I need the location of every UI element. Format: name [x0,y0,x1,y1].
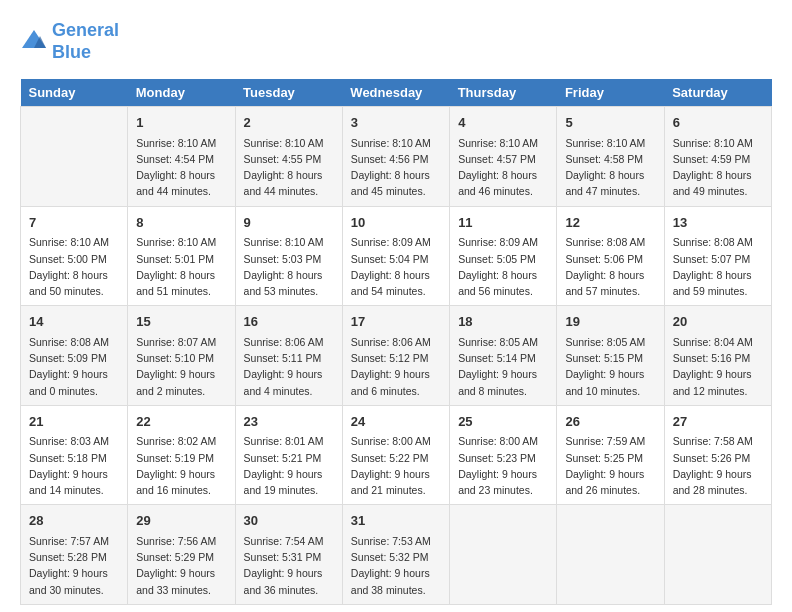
day-number: 6 [673,113,763,133]
day-number: 17 [351,312,441,332]
calendar-cell: 11Sunrise: 8:09 AMSunset: 5:05 PMDayligh… [450,206,557,306]
day-number: 15 [136,312,226,332]
calendar-cell: 15Sunrise: 8:07 AMSunset: 5:10 PMDayligh… [128,306,235,406]
day-info: Sunrise: 8:09 AMSunset: 5:04 PMDaylight:… [351,234,441,299]
calendar-cell: 31Sunrise: 7:53 AMSunset: 5:32 PMDayligh… [342,505,449,605]
day-number: 27 [673,412,763,432]
logo-icon [20,28,48,56]
day-info: Sunrise: 8:00 AMSunset: 5:22 PMDaylight:… [351,433,441,498]
calendar-cell: 12Sunrise: 8:08 AMSunset: 5:06 PMDayligh… [557,206,664,306]
calendar-table: SundayMondayTuesdayWednesdayThursdayFrid… [20,79,772,605]
page-header: General Blue [20,20,772,63]
day-info: Sunrise: 8:08 AMSunset: 5:06 PMDaylight:… [565,234,655,299]
day-info: Sunrise: 8:04 AMSunset: 5:16 PMDaylight:… [673,334,763,399]
day-number: 1 [136,113,226,133]
calendar-cell: 1Sunrise: 8:10 AMSunset: 4:54 PMDaylight… [128,107,235,207]
day-number: 28 [29,511,119,531]
day-number: 29 [136,511,226,531]
week-row-5: 28Sunrise: 7:57 AMSunset: 5:28 PMDayligh… [21,505,772,605]
day-info: Sunrise: 7:58 AMSunset: 5:26 PMDaylight:… [673,433,763,498]
calendar-cell: 10Sunrise: 8:09 AMSunset: 5:04 PMDayligh… [342,206,449,306]
day-info: Sunrise: 8:10 AMSunset: 4:55 PMDaylight:… [244,135,334,200]
day-info: Sunrise: 8:01 AMSunset: 5:21 PMDaylight:… [244,433,334,498]
calendar-cell: 14Sunrise: 8:08 AMSunset: 5:09 PMDayligh… [21,306,128,406]
day-number: 24 [351,412,441,432]
day-number: 8 [136,213,226,233]
day-number: 31 [351,511,441,531]
day-info: Sunrise: 8:05 AMSunset: 5:14 PMDaylight:… [458,334,548,399]
day-header-wednesday: Wednesday [342,79,449,107]
day-number: 23 [244,412,334,432]
calendar-cell: 3Sunrise: 8:10 AMSunset: 4:56 PMDaylight… [342,107,449,207]
day-info: Sunrise: 8:10 AMSunset: 4:54 PMDaylight:… [136,135,226,200]
day-info: Sunrise: 8:03 AMSunset: 5:18 PMDaylight:… [29,433,119,498]
calendar-cell [557,505,664,605]
day-number: 10 [351,213,441,233]
day-info: Sunrise: 7:54 AMSunset: 5:31 PMDaylight:… [244,533,334,598]
day-number: 3 [351,113,441,133]
calendar-cell: 2Sunrise: 8:10 AMSunset: 4:55 PMDaylight… [235,107,342,207]
day-number: 19 [565,312,655,332]
day-number: 5 [565,113,655,133]
calendar-cell: 5Sunrise: 8:10 AMSunset: 4:58 PMDaylight… [557,107,664,207]
day-header-thursday: Thursday [450,79,557,107]
day-info: Sunrise: 8:09 AMSunset: 5:05 PMDaylight:… [458,234,548,299]
calendar-cell: 7Sunrise: 8:10 AMSunset: 5:00 PMDaylight… [21,206,128,306]
day-info: Sunrise: 7:57 AMSunset: 5:28 PMDaylight:… [29,533,119,598]
day-number: 25 [458,412,548,432]
week-row-4: 21Sunrise: 8:03 AMSunset: 5:18 PMDayligh… [21,405,772,505]
day-info: Sunrise: 8:06 AMSunset: 5:12 PMDaylight:… [351,334,441,399]
day-number: 2 [244,113,334,133]
calendar-cell: 28Sunrise: 7:57 AMSunset: 5:28 PMDayligh… [21,505,128,605]
calendar-cell: 4Sunrise: 8:10 AMSunset: 4:57 PMDaylight… [450,107,557,207]
days-header-row: SundayMondayTuesdayWednesdayThursdayFrid… [21,79,772,107]
calendar-cell [21,107,128,207]
day-header-saturday: Saturday [664,79,771,107]
day-header-tuesday: Tuesday [235,79,342,107]
week-row-3: 14Sunrise: 8:08 AMSunset: 5:09 PMDayligh… [21,306,772,406]
day-header-monday: Monday [128,79,235,107]
day-info: Sunrise: 8:10 AMSunset: 4:57 PMDaylight:… [458,135,548,200]
calendar-cell: 30Sunrise: 7:54 AMSunset: 5:31 PMDayligh… [235,505,342,605]
calendar-cell: 29Sunrise: 7:56 AMSunset: 5:29 PMDayligh… [128,505,235,605]
day-info: Sunrise: 8:10 AMSunset: 4:59 PMDaylight:… [673,135,763,200]
day-number: 9 [244,213,334,233]
day-info: Sunrise: 8:10 AMSunset: 5:00 PMDaylight:… [29,234,119,299]
calendar-cell: 23Sunrise: 8:01 AMSunset: 5:21 PMDayligh… [235,405,342,505]
day-number: 22 [136,412,226,432]
day-number: 21 [29,412,119,432]
calendar-cell [664,505,771,605]
week-row-1: 1Sunrise: 8:10 AMSunset: 4:54 PMDaylight… [21,107,772,207]
day-info: Sunrise: 8:02 AMSunset: 5:19 PMDaylight:… [136,433,226,498]
day-number: 4 [458,113,548,133]
calendar-cell: 18Sunrise: 8:05 AMSunset: 5:14 PMDayligh… [450,306,557,406]
week-row-2: 7Sunrise: 8:10 AMSunset: 5:00 PMDaylight… [21,206,772,306]
day-info: Sunrise: 8:06 AMSunset: 5:11 PMDaylight:… [244,334,334,399]
day-info: Sunrise: 8:10 AMSunset: 4:56 PMDaylight:… [351,135,441,200]
calendar-cell: 16Sunrise: 8:06 AMSunset: 5:11 PMDayligh… [235,306,342,406]
calendar-cell: 25Sunrise: 8:00 AMSunset: 5:23 PMDayligh… [450,405,557,505]
day-info: Sunrise: 8:10 AMSunset: 5:03 PMDaylight:… [244,234,334,299]
day-number: 13 [673,213,763,233]
day-info: Sunrise: 8:08 AMSunset: 5:09 PMDaylight:… [29,334,119,399]
day-number: 20 [673,312,763,332]
calendar-cell: 21Sunrise: 8:03 AMSunset: 5:18 PMDayligh… [21,405,128,505]
day-info: Sunrise: 7:59 AMSunset: 5:25 PMDaylight:… [565,433,655,498]
day-info: Sunrise: 8:07 AMSunset: 5:10 PMDaylight:… [136,334,226,399]
day-info: Sunrise: 8:08 AMSunset: 5:07 PMDaylight:… [673,234,763,299]
calendar-cell: 26Sunrise: 7:59 AMSunset: 5:25 PMDayligh… [557,405,664,505]
calendar-cell: 8Sunrise: 8:10 AMSunset: 5:01 PMDaylight… [128,206,235,306]
calendar-cell: 22Sunrise: 8:02 AMSunset: 5:19 PMDayligh… [128,405,235,505]
logo: General Blue [20,20,119,63]
calendar-cell: 20Sunrise: 8:04 AMSunset: 5:16 PMDayligh… [664,306,771,406]
day-info: Sunrise: 8:05 AMSunset: 5:15 PMDaylight:… [565,334,655,399]
day-number: 14 [29,312,119,332]
calendar-cell: 24Sunrise: 8:00 AMSunset: 5:22 PMDayligh… [342,405,449,505]
day-header-friday: Friday [557,79,664,107]
day-number: 12 [565,213,655,233]
day-info: Sunrise: 8:10 AMSunset: 4:58 PMDaylight:… [565,135,655,200]
calendar-cell: 13Sunrise: 8:08 AMSunset: 5:07 PMDayligh… [664,206,771,306]
day-number: 30 [244,511,334,531]
day-info: Sunrise: 8:10 AMSunset: 5:01 PMDaylight:… [136,234,226,299]
logo-text: General Blue [52,20,119,63]
